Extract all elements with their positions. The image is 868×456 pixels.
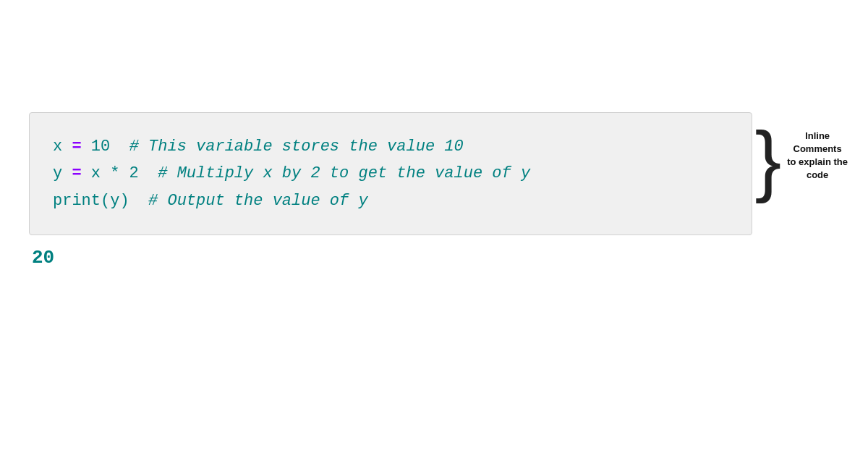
code-line-2: y = x * 2 # Multiply x by 2 to get the v… <box>53 160 728 187</box>
code-line-1: x = 10 # This variable stores the value … <box>53 133 728 160</box>
comment-2: # Multiply x by 2 to get the value of y <box>158 164 530 182</box>
output-value: 20 <box>32 247 54 269</box>
comment-3: # Output the value of y <box>148 192 368 210</box>
right-brace-icon: } <box>754 119 781 199</box>
val-2: 2 <box>119 164 158 182</box>
var-x2: x <box>82 164 111 182</box>
code-block: x = 10 # This variable stores the value … <box>29 112 752 235</box>
op-multiply: * <box>110 164 119 182</box>
op-equals-1: = <box>72 138 81 156</box>
code-line-3: print(y) # Output the value of y <box>53 187 728 214</box>
var-y: y <box>53 164 62 182</box>
op-equals-2: = <box>72 164 81 182</box>
output-area: 20 <box>29 247 54 269</box>
var-x: x <box>53 138 62 156</box>
annotation-container: } Inline Comments to explain the code <box>754 112 848 199</box>
val-10: 10 <box>82 138 129 156</box>
brace-label: } Inline Comments to explain the code <box>754 112 848 199</box>
main-container: x = 10 # This variable stores the value … <box>0 0 868 456</box>
annotation-text: Inline Comments to explain the code <box>787 130 848 182</box>
content-area: x = 10 # This variable stores the value … <box>29 112 752 269</box>
comment-1: # This variable stores the value 10 <box>129 138 464 156</box>
print-call: print(y) <box>53 192 129 210</box>
